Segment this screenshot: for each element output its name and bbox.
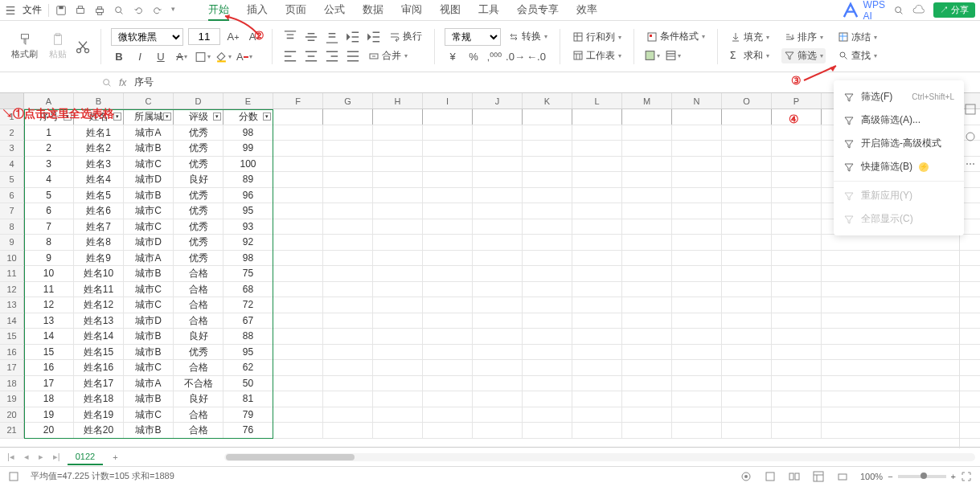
empty-cell[interactable] <box>622 297 672 313</box>
empty-cell[interactable] <box>473 329 523 344</box>
empty-cell[interactable] <box>572 203 622 219</box>
empty-cell[interactable] <box>523 407 572 423</box>
data-cell[interactable]: 合格 <box>174 266 223 281</box>
empty-cell[interactable] <box>423 157 473 172</box>
empty-cell[interactable] <box>772 172 822 187</box>
font-name-select[interactable]: 微软雅黑 <box>111 28 183 46</box>
empty-cell[interactable] <box>373 282 423 297</box>
empty-cell[interactable] <box>672 188 722 203</box>
column-header[interactable]: A <box>24 93 74 108</box>
empty-cell[interactable] <box>672 125 722 141</box>
empty-cell[interactable] <box>622 266 672 281</box>
data-cell[interactable]: 不合格 <box>174 376 223 391</box>
row-header[interactable]: 14 <box>0 313 24 329</box>
empty-cell[interactable] <box>572 423 622 438</box>
empty-cell[interactable] <box>423 329 473 344</box>
empty-cell[interactable] <box>622 423 672 438</box>
data-cell[interactable]: 姓名18 <box>74 391 124 407</box>
data-cell[interactable]: 16 <box>24 360 74 375</box>
data-cell[interactable]: 88 <box>223 329 273 344</box>
wrap-text-button[interactable]: 换行 <box>387 29 424 44</box>
empty-cell[interactable] <box>373 297 423 313</box>
empty-cell[interactable] <box>722 188 772 203</box>
empty-cell[interactable] <box>722 391 772 407</box>
empty-cell[interactable] <box>622 391 672 407</box>
empty-cell[interactable] <box>672 391 722 407</box>
empty-cell[interactable] <box>273 407 323 423</box>
column-header[interactable]: D <box>174 93 223 108</box>
row-header[interactable]: 5 <box>0 172 24 187</box>
empty-cell[interactable] <box>423 376 473 391</box>
row-header[interactable]: 7 <box>0 203 24 219</box>
empty-cell[interactable] <box>672 219 722 235</box>
empty-cell[interactable] <box>722 407 772 423</box>
qat-dropdown-icon[interactable]: ▾ <box>171 5 182 16</box>
empty-cell[interactable] <box>572 141 622 156</box>
empty-cell[interactable] <box>523 157 572 172</box>
empty-cell[interactable] <box>672 235 722 250</box>
empty-cell[interactable] <box>423 407 473 423</box>
data-cell[interactable]: 城市A <box>124 251 174 266</box>
empty-cell[interactable] <box>572 345 622 360</box>
empty-cell[interactable] <box>273 219 323 235</box>
data-cell[interactable]: 优秀 <box>174 188 223 203</box>
empty-cell[interactable] <box>373 251 423 266</box>
data-cell[interactable]: 姓名6 <box>74 203 124 219</box>
empty-cell[interactable] <box>772 235 822 250</box>
empty-cell[interactable] <box>423 203 473 219</box>
empty-cell[interactable] <box>323 297 373 313</box>
empty-cell[interactable] <box>622 313 672 329</box>
data-cell[interactable]: 9 <box>24 251 74 266</box>
data-cell[interactable]: 优秀 <box>174 345 223 360</box>
empty-cell[interactable] <box>423 297 473 313</box>
empty-cell[interactable] <box>473 345 523 360</box>
row-header[interactable]: 1 <box>0 109 24 125</box>
data-cell[interactable]: 99 <box>223 141 273 156</box>
empty-cell[interactable] <box>672 360 722 375</box>
data-cell[interactable]: 98 <box>223 125 273 141</box>
empty-cell[interactable] <box>273 157 323 172</box>
empty-cell[interactable] <box>323 172 373 187</box>
data-cell[interactable]: 姓名3 <box>74 157 124 172</box>
empty-cell[interactable] <box>473 313 523 329</box>
empty-cell[interactable] <box>273 345 323 360</box>
data-cell[interactable]: 城市A <box>124 125 174 141</box>
empty-cell[interactable] <box>323 188 373 203</box>
empty-cell[interactable] <box>423 423 473 438</box>
freeze-button[interactable]: 冻结▾ <box>835 30 880 45</box>
empty-cell[interactable] <box>473 219 523 235</box>
empty-cell[interactable] <box>323 203 373 219</box>
data-cell[interactable]: 城市B <box>124 345 174 360</box>
cell-style-button[interactable] <box>644 47 660 63</box>
data-cell[interactable]: 2 <box>24 141 74 156</box>
fullscreen-icon[interactable] <box>961 471 972 482</box>
column-header[interactable]: E <box>223 93 273 108</box>
empty-cell[interactable] <box>672 297 722 313</box>
empty-cell[interactable] <box>523 376 572 391</box>
align-bottom-icon[interactable] <box>324 29 340 45</box>
wps-ai-button[interactable]: WPS AI <box>840 0 885 22</box>
row-header[interactable]: 10 <box>0 251 24 266</box>
data-cell[interactable]: 姓名4 <box>74 172 124 187</box>
empty-cell[interactable] <box>523 141 572 156</box>
increase-font-icon[interactable]: A+ <box>225 29 241 45</box>
row-header[interactable]: 15 <box>0 329 24 344</box>
data-cell[interactable]: 5 <box>24 188 74 203</box>
empty-cell[interactable] <box>572 188 622 203</box>
decrease-indent-icon[interactable] <box>345 29 361 45</box>
empty-cell[interactable] <box>523 203 572 219</box>
empty-cell[interactable] <box>622 282 672 297</box>
column-header[interactable]: H <box>373 93 423 108</box>
empty-cell[interactable] <box>572 376 622 391</box>
column-header[interactable]: C <box>124 93 174 108</box>
empty-cell[interactable] <box>622 251 672 266</box>
empty-cell[interactable] <box>572 109 622 125</box>
zoom-out-button[interactable]: − <box>888 472 892 481</box>
column-header[interactable]: L <box>572 93 622 108</box>
empty-cell[interactable] <box>672 376 722 391</box>
empty-cell[interactable] <box>473 235 523 250</box>
empty-cell[interactable] <box>572 172 622 187</box>
distribute-icon[interactable] <box>345 48 361 64</box>
empty-cell[interactable] <box>572 266 622 281</box>
empty-cell[interactable] <box>622 109 672 125</box>
